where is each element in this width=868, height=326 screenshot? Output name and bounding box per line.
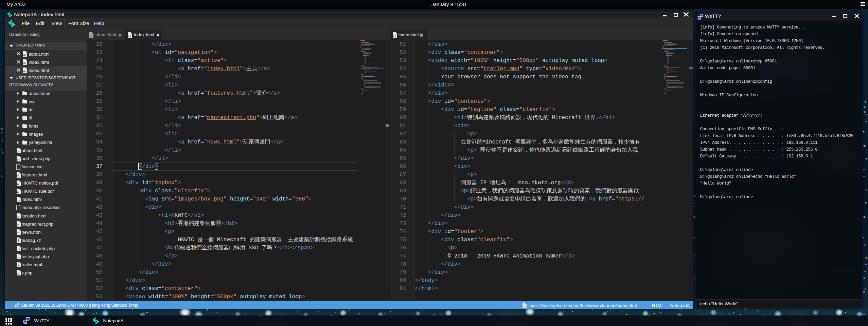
svg-text:A: A (17, 191, 19, 193)
svg-text:A: A (17, 183, 19, 185)
